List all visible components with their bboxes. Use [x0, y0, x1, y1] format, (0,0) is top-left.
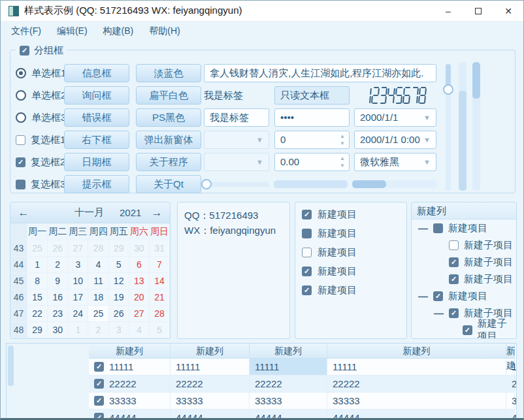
table-cell[interactable]: 44444 — [89, 410, 171, 419]
calendar-day-cell[interactable]: 6 — [129, 257, 150, 273]
calendar-day-cell[interactable]: 5 — [109, 257, 129, 273]
push-button[interactable]: PS黑色 — [136, 108, 201, 127]
push-button[interactable]: 弹出新窗体 — [136, 131, 201, 149]
menu-help[interactable]: 帮助(H) — [141, 22, 188, 40]
table-cell[interactable]: 22222 — [89, 376, 171, 393]
calendar-day-cell[interactable]: 30 — [129, 240, 150, 257]
tree-row[interactable]: 新建子项目 — [412, 321, 516, 338]
menu-file[interactable]: 文件(F) — [3, 22, 49, 40]
table-cell[interactable]: 33333 — [250, 393, 327, 410]
checkbox-icon[interactable] — [449, 240, 459, 250]
calendar-day-cell[interactable]: 30 — [48, 322, 68, 338]
push-button[interactable]: 淡蓝色 — [136, 64, 201, 82]
calendar-day-cell[interactable]: 28 — [150, 306, 170, 322]
radio-icon[interactable] — [16, 68, 26, 78]
vscrollbar-handle[interactable] — [459, 91, 467, 191]
table-cell[interactable]: 22222 — [250, 376, 327, 393]
calendar-day-cell[interactable]: 1 — [68, 322, 88, 338]
horizontal-slider-track[interactable] — [204, 182, 269, 187]
calendar-day-cell[interactable]: 8 — [27, 273, 48, 289]
hscrollbar-addpage[interactable] — [386, 180, 437, 188]
tree-row[interactable]: —新建项目 — [412, 219, 516, 236]
calendar-day-cell[interactable]: 22 — [27, 306, 48, 322]
checkbox-icon[interactable] — [433, 223, 443, 233]
calendar-day-cell[interactable]: 27 — [129, 306, 150, 322]
push-button[interactable]: 关于程序 — [136, 153, 201, 171]
push-button[interactable]: 询问框 — [64, 86, 129, 105]
row-checkbox-icon[interactable] — [94, 362, 104, 372]
table-column-header[interactable]: 新建列 — [506, 344, 515, 359]
double-spinbox[interactable]: 0.00▲▼ — [274, 153, 350, 171]
maximize-button[interactable] — [463, 1, 493, 22]
table-cell[interactable]: 33333 — [89, 393, 171, 410]
table-cell[interactable]: 22222 — [327, 376, 506, 393]
table-vscrollbar[interactable] — [7, 344, 89, 419]
calendar-day-cell[interactable]: 15 — [27, 289, 48, 306]
chevron-down-icon[interactable]: ▼ — [423, 131, 431, 148]
calendar-day-cell[interactable]: 26 — [109, 306, 129, 322]
chevron-down-icon[interactable]: ▼ — [423, 109, 431, 126]
table-cell[interactable]: 33333 — [171, 393, 250, 410]
checkbox-icon[interactable] — [449, 308, 459, 318]
checkbox-icon[interactable] — [302, 210, 312, 219]
collapse-icon[interactable]: — — [418, 223, 428, 234]
checkbox-icon[interactable] — [449, 257, 459, 267]
table-cell[interactable]: 44444 — [506, 410, 515, 419]
collapse-icon[interactable]: — — [418, 291, 428, 302]
spinbox[interactable]: 0▲▼ — [274, 131, 350, 149]
tree-row[interactable]: —新建项目 — [412, 287, 516, 304]
calendar-day-cell[interactable]: 11 — [88, 273, 108, 289]
hscrollbar-subpage[interactable] — [274, 180, 348, 188]
calendar-day-cell[interactable]: 13 — [129, 273, 150, 289]
calendar-year[interactable]: 2021 — [120, 207, 141, 218]
radio-option-3[interactable]: 单选框3 — [16, 108, 66, 127]
table-cell[interactable]: 22222 — [171, 376, 250, 393]
radio-option-2[interactable]: 单选框2 — [16, 86, 66, 105]
hscrollbar-handle[interactable] — [352, 180, 386, 188]
checkbox-icon[interactable] — [16, 135, 25, 145]
calendar-day-cell[interactable]: 16 — [48, 289, 68, 306]
table-vscrollbar-handle[interactable] — [8, 346, 14, 386]
font-combobox[interactable]: 微软雅黑▼ — [354, 153, 436, 171]
next-month-icon[interactable]: → — [144, 206, 170, 219]
calendar-day-cell[interactable]: 3 — [109, 322, 129, 338]
calendar-day-cell[interactable]: 7 — [150, 257, 170, 273]
calendar-day-cell[interactable]: 28 — [88, 240, 108, 257]
table-column-header[interactable]: 新建列 — [171, 344, 250, 359]
checkbox-icon[interactable] — [16, 180, 25, 189]
list-item[interactable]: 新建项目 — [295, 243, 406, 262]
tree-header[interactable]: 新建列 — [412, 202, 516, 219]
name-input[interactable]: 我是标签 — [204, 108, 269, 127]
text-edit[interactable]: QQ：517216493 WX：feiyangqingyun — [177, 202, 290, 339]
empty-combobox-1[interactable]: ▼ — [204, 131, 269, 149]
menu-edit[interactable]: 编辑(E) — [49, 22, 95, 40]
calendar-day-selected[interactable]: 25 — [88, 306, 108, 322]
collapse-icon[interactable]: — — [434, 308, 444, 319]
calendar-day-cell[interactable]: 27 — [68, 240, 88, 257]
tree-row[interactable]: 新建子项目 — [412, 253, 516, 270]
calendar-day-cell[interactable]: 29 — [27, 322, 48, 338]
calendar-day-cell[interactable]: 1 — [27, 257, 48, 273]
chevron-down-icon[interactable]: ▼ — [423, 153, 431, 170]
calendar-day-cell[interactable]: 23 — [48, 306, 68, 322]
calendar-day-cell[interactable]: 31 — [150, 240, 170, 257]
vscrollbar2-handle[interactable] — [472, 62, 480, 99]
table-cell[interactable]: 11111 — [250, 359, 327, 376]
calendar-day-cell[interactable]: 12 — [109, 273, 129, 289]
calendar-day-cell[interactable]: 29 — [109, 240, 129, 257]
calendar-day-cell[interactable]: 10 — [68, 273, 88, 289]
table-cell[interactable]: 44444 — [171, 410, 250, 419]
push-button[interactable]: 扁平白色 — [136, 86, 201, 105]
horizontal-slider-handle[interactable] — [201, 179, 212, 189]
checkbox-icon[interactable] — [302, 267, 312, 276]
table-cell[interactable]: 44444 — [250, 410, 327, 419]
close-button[interactable]: ✕ — [493, 1, 523, 22]
calendar-day-cell[interactable]: 14 — [150, 273, 170, 289]
table-cell[interactable]: 44444 — [327, 410, 506, 419]
minimize-button[interactable]: – — [433, 1, 463, 22]
table-cell[interactable]: 11111 — [327, 359, 506, 376]
row-checkbox-icon[interactable] — [94, 379, 104, 389]
calendar-day-cell[interactable]: 4 — [88, 257, 108, 273]
table-column-header[interactable]: 新建列 — [89, 344, 171, 359]
checkbox-icon[interactable] — [449, 274, 459, 284]
